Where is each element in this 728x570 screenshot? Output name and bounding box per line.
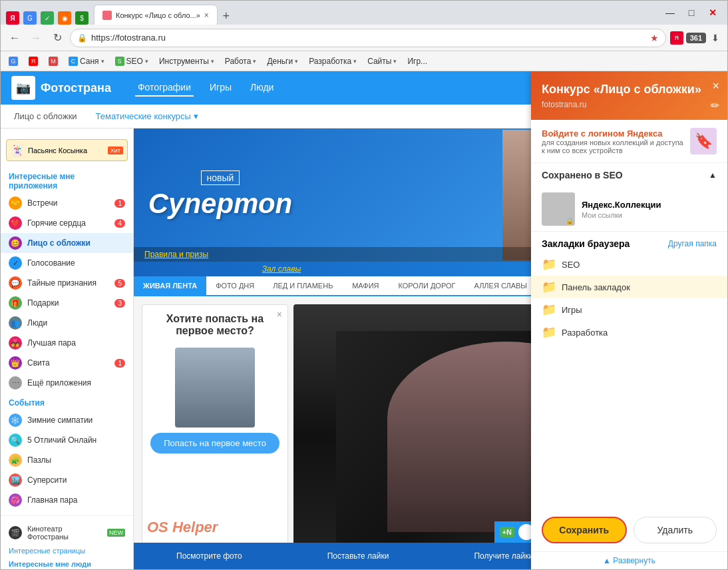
seo-favicon: S	[115, 57, 124, 66]
sidebar-gifts[interactable]: 🎁 Подарки 3	[1, 293, 133, 313]
bm-sites[interactable]: Сайты ▾	[365, 55, 399, 67]
window-controls: — □ ✕	[661, 6, 722, 19]
bp-actions: Сохранить Удалить	[531, 509, 727, 551]
bookmark-star-icon[interactable]: ★	[650, 33, 659, 43]
bp-folder-games[interactable]: 📁 Игры	[531, 298, 727, 321]
forward-button[interactable]: →	[27, 29, 45, 47]
hot-hearts-badge: 4	[114, 219, 125, 228]
tab-ice-flame[interactable]: ЛЕД И ПЛАМЕНЬ	[264, 276, 342, 295]
gifts-label: Подарки	[27, 298, 59, 308]
sidebar-game[interactable]: 🃏 Пасьянс Косынка Хит	[6, 139, 128, 161]
bm-gmail[interactable]: M	[46, 55, 61, 67]
tab-road-kings[interactable]: КОРОЛИ ДОРОГ	[389, 276, 464, 295]
bottom-btn-get-likes[interactable]: Получите лайки	[474, 551, 533, 561]
bp-folder-seo[interactable]: 📁 SEO	[531, 253, 727, 276]
hot-hearts-icon: ❤️	[9, 216, 22, 230]
sidebar-interesting-people[interactable]: Интересные мне люди	[1, 557, 133, 569]
sidebar-interesting-pages[interactable]: Интересные страницы	[1, 544, 133, 557]
maximize-button[interactable]: □	[682, 6, 701, 19]
gifts-icon: 🎁	[9, 296, 22, 310]
sidebar-suite[interactable]: 👑 Свита 1	[1, 353, 133, 373]
sidebar-main-pair[interactable]: 💞 Главная пара	[1, 490, 133, 510]
folder-dev-name: Разработка	[562, 328, 608, 338]
bp-folder-panel[interactable]: 📁 Панель закладок	[531, 276, 727, 298]
banner-title: Супертоп	[148, 188, 292, 220]
more-apps-label: Ещё приложения	[27, 378, 91, 388]
minimize-button[interactable]: —	[661, 6, 679, 19]
sidebar-best-pair[interactable]: 💑 Лучшая пара	[1, 333, 133, 353]
sidebar-people[interactable]: 👥 Люди	[1, 313, 133, 333]
bm-yandex[interactable]: Я	[26, 55, 41, 67]
bm-dev[interactable]: Разработка ▾	[306, 55, 359, 67]
subnav-cover[interactable]: Лицо с обложки	[11, 109, 80, 124]
promo-close[interactable]: ×	[277, 309, 282, 320]
sidebar-supercity[interactable]: 🏙️ Суперсити	[1, 470, 133, 490]
subnav-thematic[interactable]: Тематические конкурсы ▾	[93, 109, 201, 124]
bp-ya-login-link[interactable]: Войдите с логином Яндекса	[542, 129, 683, 139]
badge-count[interactable]: 361	[686, 33, 706, 43]
sidebar-voting[interactable]: ✓ Голосование	[1, 253, 133, 273]
best-pair-icon: 💑	[9, 336, 22, 350]
bm-google-icon[interactable]: G	[6, 55, 21, 67]
nav-people[interactable]: Люди	[248, 79, 276, 97]
puzzles-label: Пазлы	[27, 455, 51, 465]
cover-face-icon: 😊	[9, 236, 22, 250]
bp-saved-arrow: ▲	[709, 170, 717, 180]
main-pair-label: Главная пара	[27, 495, 78, 505]
sidebar-secret-confessions[interactable]: 💬 Тайные признания 5	[1, 273, 133, 293]
tab-close-btn[interactable]: ×	[204, 11, 209, 20]
fs-logo: 📷 Фотострана	[11, 76, 111, 100]
tab-alley-glory[interactable]: АЛЛЕЯ СЛАВЫ	[465, 276, 537, 295]
bm-sanya-label: Саня	[80, 57, 99, 66]
nav-games[interactable]: Игры	[207, 79, 234, 97]
bm-seo-label: SEO	[126, 57, 143, 66]
sidebar-cinema[interactable]: 🎬 Кинотеатр Фотостраны NEW	[1, 521, 133, 544]
promo-button[interactable]: Попасть на первое место	[150, 433, 279, 453]
bm-work[interactable]: Работа ▾	[222, 55, 260, 67]
download-icon[interactable]: ⬇	[709, 31, 722, 45]
tab-live-feed[interactable]: ЖИВАЯ ЛЕНТА	[134, 276, 206, 295]
bp-ya-desc: для создания новых коллекций и доступа к…	[542, 139, 683, 154]
bp-delete-btn[interactable]: Удалить	[634, 517, 717, 543]
active-tab[interactable]: Конкурс «Лицо с обло...» ×	[94, 5, 218, 25]
puzzle-icon: 🧩	[9, 453, 22, 467]
bottom-btn-like[interactable]: Поставьте лайки	[327, 551, 389, 561]
bm-tools[interactable]: Инструменты ▾	[156, 55, 217, 67]
browser-content: 📷 Фотострана Фотографии Игры Люди ⭐ 📞 🎵 …	[1, 71, 727, 569]
bm-games[interactable]: Игр...	[405, 55, 430, 67]
sidebar-cover-face[interactable]: 😊 Лицо с обложки	[1, 233, 133, 253]
bottom-btn-view[interactable]: Посмотрите фото	[176, 551, 242, 561]
nav-photos[interactable]: Фотографии	[135, 79, 194, 97]
meetings-icon: 🤝	[9, 196, 22, 210]
bm-seo[interactable]: S SEO ▾	[112, 55, 151, 67]
folder-seo-name: SEO	[562, 260, 580, 270]
bp-ya-login: Войдите с логином Яндекса для создания н…	[531, 129, 727, 163]
tab-photo-day[interactable]: ФОТО ДНЯ	[206, 276, 264, 295]
bp-saved-title: Сохранено в SEO	[542, 170, 623, 180]
bp-expand[interactable]: ▲ Развернуть	[531, 551, 727, 569]
bm-money[interactable]: Деньги ▾	[264, 55, 301, 67]
sidebar-more-apps[interactable]: ⋯ Ещё приложения	[1, 373, 133, 393]
refresh-button[interactable]: ↻	[49, 29, 66, 47]
ext-icon-1[interactable]: Я	[670, 31, 683, 45]
game-label: Пасьянс Косынка	[28, 146, 87, 154]
bp-other-folder[interactable]: Другая папка	[668, 239, 717, 248]
sidebar-differences[interactable]: 🔍 5 Отличий Онлайн	[1, 430, 133, 450]
voting-label: Голосование	[27, 258, 75, 268]
sidebar-puzzles[interactable]: 🧩 Пазлы	[1, 450, 133, 470]
google-favicon: G	[9, 57, 18, 66]
new-tab-button[interactable]: +	[218, 7, 235, 25]
rules-link[interactable]: Правила и призы	[144, 250, 208, 259]
hof-link[interactable]: Зал славы	[262, 264, 301, 274]
bm-sanya[interactable]: С Саня ▾	[66, 55, 107, 67]
sidebar-meetings[interactable]: 🤝 Встречи 1	[1, 193, 133, 213]
tab-favicon	[102, 11, 112, 20]
sidebar-winter[interactable]: ❄️ Зимние симпатии	[1, 410, 133, 430]
url-bar[interactable]: 🔒 https://fotostrana.ru ★	[70, 29, 666, 47]
bp-save-btn[interactable]: Сохранить	[542, 517, 627, 543]
close-button[interactable]: ✕	[703, 6, 722, 19]
bp-folder-dev[interactable]: 📁 Разработка	[531, 321, 727, 344]
sidebar-hot-hearts[interactable]: ❤️ Горячие сердца 4	[1, 213, 133, 233]
back-button[interactable]: ←	[6, 29, 23, 47]
tab-mafia[interactable]: МАФИЯ	[342, 276, 389, 295]
